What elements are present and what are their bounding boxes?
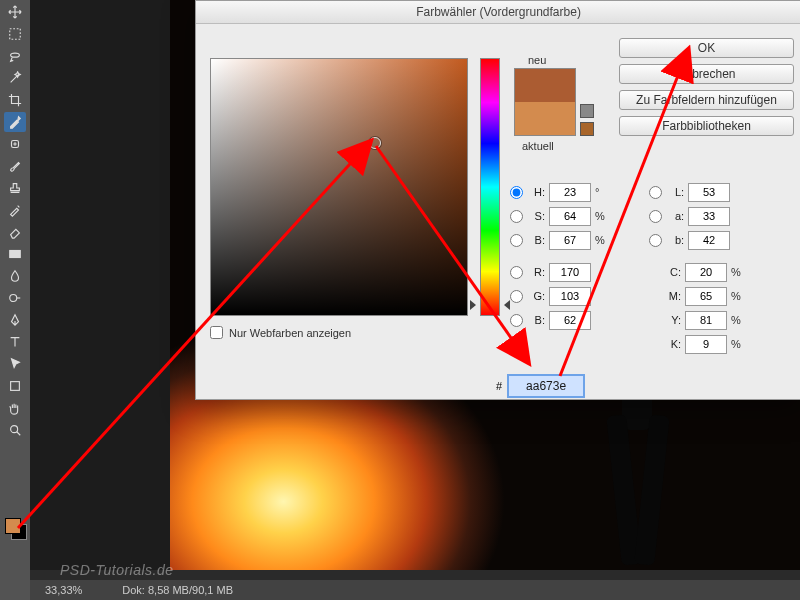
- blur-tool[interactable]: [4, 266, 26, 286]
- pen-tool[interactable]: [4, 310, 26, 330]
- web-colors-label: Nur Webfarben anzeigen: [229, 327, 351, 339]
- hex-input[interactable]: [507, 374, 585, 398]
- radio-h[interactable]: [510, 186, 523, 199]
- eyedropper-tool[interactable]: [4, 112, 26, 132]
- dialog-title: Farbwähler (Vordergrundfarbe): [196, 1, 800, 24]
- eraser-tool[interactable]: [4, 222, 26, 242]
- shape-tool[interactable]: [4, 376, 26, 396]
- zoom-tool[interactable]: [4, 420, 26, 440]
- hue-slider[interactable]: [476, 300, 504, 316]
- marquee-tool[interactable]: [4, 24, 26, 44]
- radio-l[interactable]: [649, 186, 662, 199]
- stamp-tool[interactable]: [4, 178, 26, 198]
- svg-point-5: [11, 426, 18, 433]
- add-swatch-button[interactable]: Zu Farbfeldern hinzufügen: [619, 90, 794, 110]
- input-bb[interactable]: [549, 311, 591, 330]
- hand-tool[interactable]: [4, 398, 26, 418]
- input-lb[interactable]: [688, 231, 730, 250]
- move-tool[interactable]: [4, 2, 26, 22]
- color-libs-button[interactable]: Farbbibliotheken: [619, 116, 794, 136]
- input-m[interactable]: [685, 287, 727, 306]
- hue-strip[interactable]: [480, 58, 500, 316]
- watermark: PSD-Tutorials.de: [60, 562, 174, 578]
- color-preview: [514, 68, 576, 136]
- zoom-level: 33,33%: [45, 584, 82, 596]
- label-current: aktuell: [522, 140, 554, 152]
- saturation-field[interactable]: [210, 58, 468, 316]
- radio-b[interactable]: [510, 234, 523, 247]
- label-new: neu: [528, 54, 546, 66]
- hex-row: #: [496, 374, 585, 398]
- svg-point-3: [10, 295, 17, 302]
- color-values-grid: H:° S:% B:% R: G: B: L: a: b: C:% M:% Y:…: [510, 180, 790, 356]
- lasso-tool[interactable]: [4, 46, 26, 66]
- svg-rect-2: [10, 251, 21, 258]
- heal-tool[interactable]: [4, 134, 26, 154]
- path-select-tool[interactable]: [4, 354, 26, 374]
- hex-hash: #: [496, 380, 502, 392]
- cancel-button[interactable]: Abbrechen: [619, 64, 794, 84]
- radio-a[interactable]: [649, 210, 662, 223]
- radio-g[interactable]: [510, 290, 523, 303]
- input-k[interactable]: [685, 335, 727, 354]
- color-swatches[interactable]: [5, 518, 27, 540]
- input-r[interactable]: [549, 263, 591, 282]
- wand-tool[interactable]: [4, 68, 26, 88]
- radio-r[interactable]: [510, 266, 523, 279]
- crop-tool[interactable]: [4, 90, 26, 110]
- gradient-tool[interactable]: [4, 244, 26, 264]
- web-colors-checkbox[interactable]: Nur Webfarben anzeigen: [210, 326, 351, 339]
- web-colors-input[interactable]: [210, 326, 223, 339]
- svg-rect-4: [11, 382, 20, 391]
- saturation-cursor[interactable]: [369, 137, 381, 149]
- input-c[interactable]: [685, 263, 727, 282]
- ok-button[interactable]: OK: [619, 38, 794, 58]
- type-tool[interactable]: [4, 332, 26, 352]
- input-b[interactable]: [549, 231, 591, 250]
- color-picker-dialog: Farbwähler (Vordergrundfarbe) neu aktuel…: [195, 0, 800, 400]
- dodge-tool[interactable]: [4, 288, 26, 308]
- new-color: [515, 69, 575, 102]
- radio-lb[interactable]: [649, 234, 662, 247]
- input-a[interactable]: [688, 207, 730, 226]
- radio-bb[interactable]: [510, 314, 523, 327]
- input-h[interactable]: [549, 183, 591, 202]
- current-color: [515, 102, 575, 135]
- status-bar: 33,33% Dok: 8,58 MB/90,1 MB: [30, 580, 800, 600]
- input-y[interactable]: [685, 311, 727, 330]
- svg-rect-0: [10, 29, 21, 40]
- cube-icon[interactable]: [580, 104, 594, 118]
- input-l[interactable]: [688, 183, 730, 202]
- input-s[interactable]: [549, 207, 591, 226]
- input-g[interactable]: [549, 287, 591, 306]
- doc-size: Dok: 8,58 MB/90,1 MB: [122, 584, 233, 596]
- radio-s[interactable]: [510, 210, 523, 223]
- foreground-swatch[interactable]: [5, 518, 21, 534]
- history-brush-tool[interactable]: [4, 200, 26, 220]
- mini-swatch[interactable]: [580, 122, 594, 136]
- tools-toolbar: [0, 0, 31, 600]
- brush-tool[interactable]: [4, 156, 26, 176]
